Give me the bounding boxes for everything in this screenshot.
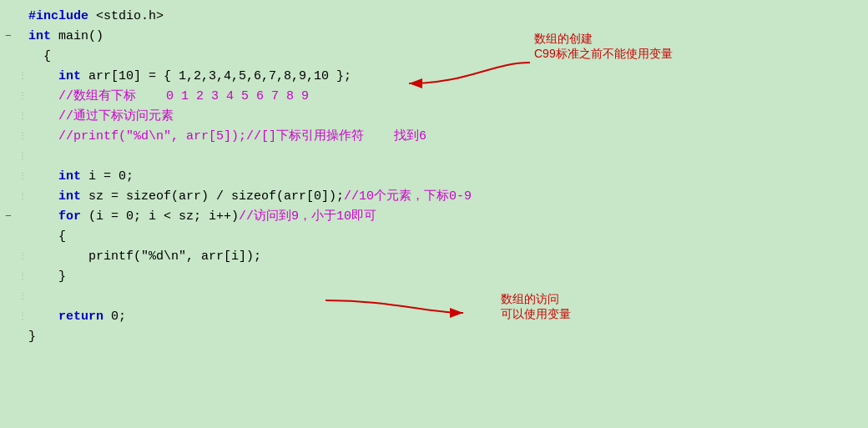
code-line-11: − for (i = 0; i < sz; i++)//访问到9，小于10即可 [0,207,634,227]
line-text-9: int i = 0; [28,167,134,187]
line-text-14: } [28,267,66,287]
fold-8: ⋮ [17,147,28,167]
line-text-16: return 0; [28,307,126,327]
line-text-6: //通过下标访问元素 [28,107,174,127]
fold-14: ⋮ [17,267,28,287]
annotation-create-title: 数组的创建 [534,32,593,45]
fold-4: ⋮ [17,67,28,87]
line-text-10: int sz = sizeof(arr) / sizeof(arr[0]);//… [28,187,472,207]
line-text-2: int main() [28,27,103,47]
code-line-1: #include <stdio.h> [0,7,634,27]
fold-13: ⋮ [17,247,28,267]
annotation-access: 数组的访问 可以使用变量 [501,292,571,322]
code-line-6: ⋮ //通过下标访问元素 [0,107,634,127]
line-text-3: { [28,47,51,67]
gutter-11: − [0,207,17,227]
code-line-12: { [0,227,634,247]
line-text-12: { [28,227,66,247]
fold-16: ⋮ [17,307,28,327]
fold-5: ⋮ [17,87,28,107]
code-line-5: ⋮ //数组有下标 0 1 2 3 4 5 6 7 8 9 [0,87,634,107]
gutter-2: − [0,27,17,47]
code-area: #include <stdio.h> − int main() { ⋮ int … [0,0,634,428]
code-line-17: } [0,327,634,347]
fold-7: ⋮ [17,127,28,147]
line-text-17: } [28,327,36,347]
line-text-4: int arr[10] = { 1,2,3,4,5,6,7,8,9,10 }; [28,67,351,87]
code-line-8: ⋮ [0,147,634,167]
code-line-4: ⋮ int arr[10] = { 1,2,3,4,5,6,7,8,9,10 }… [0,67,634,87]
fold-6: ⋮ [17,107,28,127]
code-line-13: ⋮ printf("%d\n", arr[i]); [0,247,634,267]
fold-10: ⋮ [17,187,28,207]
code-line-10: ⋮ int sz = sizeof(arr) / sizeof(arr[0]);… [0,187,634,207]
line-text-13: printf("%d\n", arr[i]); [28,247,261,267]
fold-15: ⋮ [17,287,28,307]
annotation-create: 数组的创建 C99标准之前不能使用变量 [534,32,673,62]
annotation-create-subtitle: C99标准之前不能使用变量 [534,47,673,60]
line-text-15 [28,287,36,307]
line-text-5: //数组有下标 0 1 2 3 4 5 6 7 8 9 [28,87,309,107]
line-text-1: #include <stdio.h> [28,7,164,27]
code-line-14: ⋮ } [0,267,634,287]
line-text-11: for (i = 0; i < sz; i++)//访问到9，小于10即可 [28,207,376,227]
line-text-8 [28,147,36,167]
annotation-access-subtitle: 可以使用变量 [501,307,571,320]
annotation-access-title: 数组的访问 [501,292,559,305]
fold-9: ⋮ [17,167,28,187]
code-line-7: ⋮ //printf("%d\n", arr[5]);//[]下标引用操作符 找… [0,127,634,147]
code-line-9: ⋮ int i = 0; [0,167,634,187]
line-text-7: //printf("%d\n", arr[5]);//[]下标引用操作符 找到6 [28,127,426,147]
editor-container: #include <stdio.h> − int main() { ⋮ int … [0,0,868,428]
